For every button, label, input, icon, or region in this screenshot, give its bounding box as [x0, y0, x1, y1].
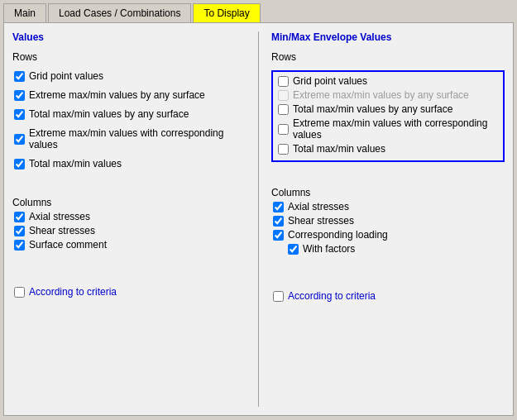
list-item: Surface comment: [12, 239, 246, 251]
right-col-1-checkbox[interactable]: [273, 216, 284, 227]
tab-bar: Main Load Cases / Combinations To Displa…: [0, 0, 517, 22]
right-panel-title: Min/Max Envelope Values: [271, 31, 505, 43]
right-row-1-label: Extreme max/min values by any surface: [293, 89, 469, 101]
list-item: Extreme max/min values with correspondin…: [276, 117, 500, 141]
left-columns-label: Columns: [12, 197, 246, 208]
right-row-3-label: Extreme max/min values with correspondin…: [293, 117, 500, 141]
right-bottom-label: According to criteria: [288, 290, 376, 302]
right-row-4-checkbox[interactable]: [278, 144, 289, 155]
list-item: According to criteria: [271, 290, 505, 302]
left-row-1-label: Extreme max/min values by any surface: [29, 89, 205, 101]
list-item: Total max/min values by any surface: [276, 103, 500, 115]
left-col-2-label: Surface comment: [29, 239, 107, 251]
list-item: Axial stresses: [271, 201, 505, 212]
left-row-4-checkbox[interactable]: [14, 159, 25, 169]
left-row-0-checkbox[interactable]: [14, 71, 25, 82]
left-row-1-checkbox[interactable]: [14, 90, 25, 101]
tab-to-display[interactable]: To Display: [193, 3, 260, 22]
right-col-2-checkbox[interactable]: [273, 230, 284, 241]
list-item: Extreme max/min values by any surface: [276, 89, 500, 101]
right-col-2-label: Corresponding loading: [288, 229, 388, 241]
right-col-3-label: With factors: [303, 243, 355, 255]
list-item: Shear stresses: [12, 225, 246, 236]
left-panel-title: Values: [12, 31, 246, 43]
left-bottom-checkbox[interactable]: [14, 287, 25, 298]
right-col-1-label: Shear stresses: [288, 215, 354, 227]
list-item: Total max/min values by any surface: [12, 108, 246, 120]
list-item: With factors: [271, 243, 505, 255]
right-row-1-checkbox: [278, 90, 289, 101]
left-row-3-label: Extreme max/min values with correspondin…: [29, 127, 246, 150]
left-bottom-label: According to criteria: [29, 286, 117, 298]
right-col-0-label: Axial stresses: [288, 201, 349, 212]
left-columns-section: Columns Axial stresses Shear stresses Su…: [12, 197, 246, 253]
right-panel: Min/Max Envelope Values Rows Grid point …: [271, 31, 505, 407]
right-col-0-checkbox[interactable]: [273, 202, 284, 212]
list-item: Total max/min values: [276, 143, 500, 155]
left-row-2-label: Total max/min values by any surface: [29, 108, 189, 120]
right-col-3-checkbox[interactable]: [288, 244, 299, 255]
main-content: Values Rows Grid point values Extreme ma…: [3, 22, 514, 416]
list-item: Shear stresses: [271, 215, 505, 227]
right-row-0-checkbox[interactable]: [278, 76, 289, 87]
tab-main[interactable]: Main: [3, 3, 46, 22]
list-item: According to criteria: [12, 286, 246, 298]
highlighted-rows-box: Grid point values Extreme max/min values…: [271, 70, 505, 162]
left-bottom-section: According to criteria: [12, 286, 246, 300]
left-panel: Values Rows Grid point values Extreme ma…: [12, 31, 246, 407]
list-item: Grid point values: [12, 70, 246, 82]
list-item: Axial stresses: [12, 211, 246, 222]
left-col-0-checkbox[interactable]: [14, 212, 25, 222]
left-col-1-label: Shear stresses: [29, 225, 95, 236]
left-col-2-checkbox[interactable]: [14, 240, 25, 251]
list-item: Total max/min values: [12, 158, 246, 169]
left-row-2-checkbox[interactable]: [14, 109, 25, 120]
right-bottom-checkbox[interactable]: [273, 291, 284, 302]
list-item: Extreme max/min values with correspondin…: [12, 127, 246, 150]
vertical-divider: [258, 31, 259, 407]
right-columns-label: Columns: [271, 187, 505, 198]
left-row-4-label: Total max/min values: [29, 158, 122, 169]
right-row-2-label: Total max/min values by any surface: [293, 103, 452, 115]
right-row-2-checkbox[interactable]: [278, 104, 289, 115]
tab-load-cases[interactable]: Load Cases / Combinations: [48, 3, 191, 22]
right-columns-section: Columns Axial stresses Shear stresses Co…: [271, 187, 505, 257]
left-col-1-checkbox[interactable]: [14, 226, 25, 236]
left-row-3-checkbox[interactable]: [14, 134, 25, 145]
right-bottom-section: According to criteria: [271, 290, 505, 304]
left-row-0-label: Grid point values: [29, 70, 103, 82]
list-item: Grid point values: [276, 75, 500, 87]
right-row-3-checkbox[interactable]: [278, 124, 289, 135]
right-rows-label: Rows: [271, 51, 505, 63]
left-col-0-label: Axial stresses: [29, 211, 90, 222]
list-item: Corresponding loading: [271, 229, 505, 241]
left-rows-label: Rows: [12, 51, 246, 63]
right-row-4-label: Total max/min values: [293, 143, 385, 155]
right-row-0-label: Grid point values: [293, 75, 367, 87]
list-item: Extreme max/min values by any surface: [12, 89, 246, 101]
